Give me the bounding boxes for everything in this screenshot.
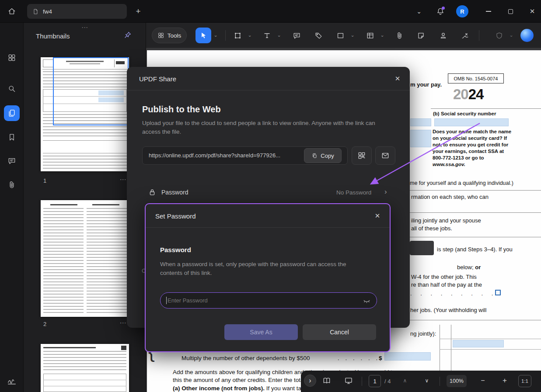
text-tool-chevron[interactable]: ⌄: [276, 32, 282, 38]
next-page-button[interactable]: ∨: [422, 375, 432, 387]
text-caret: [166, 297, 167, 304]
zoom-level-box[interactable]: 100%: [447, 375, 467, 387]
shape-tool-chevron[interactable]: ⌄: [349, 32, 356, 38]
page-thumbnail-3[interactable]: [41, 344, 129, 392]
notifications-button[interactable]: [435, 6, 446, 17]
text-tool-icon[interactable]: [260, 28, 274, 42]
new-tab-button[interactable]: +: [133, 6, 144, 17]
share-dialog-title: UPDF Share: [139, 75, 176, 83]
close-window-button[interactable]: ✕: [527, 6, 538, 17]
cancel-button[interactable]: Cancel: [303, 324, 376, 340]
form-text: is step (and Steps 3–4). If you: [437, 246, 513, 253]
collapse-panel-button[interactable]: ›: [304, 375, 316, 387]
user-avatar[interactable]: R: [456, 5, 468, 17]
slideshow-icon[interactable]: [342, 375, 355, 387]
form-field-shaded: [410, 130, 431, 147]
table-tool-icon[interactable]: [363, 28, 377, 42]
password-input-wrapper: [160, 292, 377, 309]
bookmark-icon[interactable]: [4, 129, 20, 145]
actual-size-button[interactable]: 1:1: [518, 375, 531, 387]
statusbar-divider: [362, 377, 362, 386]
copy-icon: [311, 153, 318, 159]
edit-object-chevron[interactable]: ⌄: [247, 32, 253, 38]
form-rule: [410, 320, 541, 320]
protect-tool-chevron[interactable]: ⌄: [508, 32, 514, 38]
form-text: all of these jobs.: [411, 225, 452, 232]
form-text: ng jointly):: [410, 330, 436, 337]
edit-object-icon[interactable]: [230, 28, 244, 42]
share-url-field[interactable]: https://online.updf.com/pdf/share?shareI…: [142, 146, 348, 165]
password-row-label: Password: [161, 189, 188, 196]
share-heading: Publish to the Web: [142, 104, 221, 114]
protect-tool-icon[interactable]: [492, 28, 506, 42]
document-tab[interactable]: fw4: [27, 4, 127, 19]
form-field-shaded: [453, 340, 504, 347]
signature-tool-button[interactable]: [458, 28, 472, 42]
thumbnails-panel-icon[interactable]: [4, 105, 20, 121]
maximize-button[interactable]: [505, 6, 516, 17]
page-thumbnail-1[interactable]: [41, 57, 129, 171]
zoom-out-button[interactable]: −: [478, 375, 488, 387]
toolbar-divider: [225, 30, 226, 41]
password-setting-row[interactable]: Password No Password ›: [142, 184, 396, 201]
home-button[interactable]: [6, 5, 18, 17]
thumb-line: [50, 204, 77, 205]
email-share-button[interactable]: [375, 146, 395, 165]
qr-code-button[interactable]: [352, 146, 372, 165]
form-rule: [431, 108, 541, 109]
updf-app-window: fw4 + ⌄ R ✕ ⋯ Thumbnails: [0, 0, 541, 392]
copy-link-button[interactable]: Copy: [304, 148, 342, 163]
form-text: below; or: [457, 264, 481, 271]
reader-mode-icon[interactable]: [321, 375, 333, 387]
share-dialog-close-icon[interactable]: ✕: [392, 73, 403, 84]
attach-tool-icon[interactable]: [392, 28, 406, 42]
share-dialog-header: UPDF Share ✕: [127, 67, 410, 90]
table-tool-chevron[interactable]: ⌄: [379, 32, 385, 38]
shape-tool-icon[interactable]: [333, 28, 347, 42]
thumb-line: [43, 374, 126, 392]
form-field-shaded: [384, 352, 431, 361]
left-icon-rail: [0, 23, 24, 392]
form-text: me for yourself and a qualifying individ…: [410, 180, 513, 186]
attachments-icon[interactable]: [4, 177, 20, 193]
comment-tool-icon[interactable]: [290, 28, 304, 42]
pin-panel-icon[interactable]: [122, 29, 133, 41]
form-field-shaded: [410, 118, 431, 126]
comments-icon[interactable]: [4, 153, 20, 169]
form-checkbox: [495, 290, 501, 295]
tools-button[interactable]: Tools: [152, 28, 187, 43]
form-text: iling jointly and your spouse: [411, 217, 481, 224]
zoom-in-button[interactable]: +: [499, 375, 510, 387]
password-input[interactable]: [168, 294, 356, 307]
search-icon[interactable]: [4, 81, 20, 97]
stamp-tool-icon[interactable]: [436, 28, 450, 42]
tab-file-icon: [32, 8, 39, 15]
signature-tool-icon[interactable]: [4, 373, 20, 389]
sticker-tool-icon[interactable]: [414, 28, 428, 42]
thumb-line: [43, 140, 127, 153]
form-text: W-4 for the other job. This: [411, 274, 477, 280]
set-password-close-icon[interactable]: ✕: [372, 210, 383, 222]
thumb-line: [43, 59, 53, 67]
thumb-line: [43, 386, 126, 386]
form-year: 2024: [453, 86, 483, 103]
ai-assistant-logo[interactable]: [520, 29, 534, 42]
toggle-password-visibility-button[interactable]: [362, 296, 371, 305]
page-number-input[interactable]: [369, 375, 381, 387]
select-tool-button[interactable]: [195, 28, 211, 43]
page-total-label: / 4: [384, 378, 391, 385]
form-tip-box: [410, 241, 434, 255]
page-thumbnail-2[interactable]: [41, 200, 129, 317]
dot-leader: . . . . . .: [338, 355, 377, 361]
page-number-label: 2: [43, 321, 46, 327]
tab-list-chevron[interactable]: ⌄: [414, 6, 424, 17]
select-tool-chevron[interactable]: ⌄: [213, 32, 219, 38]
viewport-indicator[interactable]: [53, 57, 129, 125]
set-password-header: Set Password ✕: [146, 204, 390, 228]
tag-tool-icon[interactable]: [311, 28, 325, 42]
apps-grid-icon[interactable]: [4, 50, 20, 66]
save-as-button[interactable]: Save As: [224, 324, 298, 340]
minimize-button[interactable]: [483, 6, 494, 17]
omb-number-box: OMB No. 1545-0074: [448, 73, 504, 83]
previous-page-button[interactable]: ∧: [400, 375, 410, 387]
